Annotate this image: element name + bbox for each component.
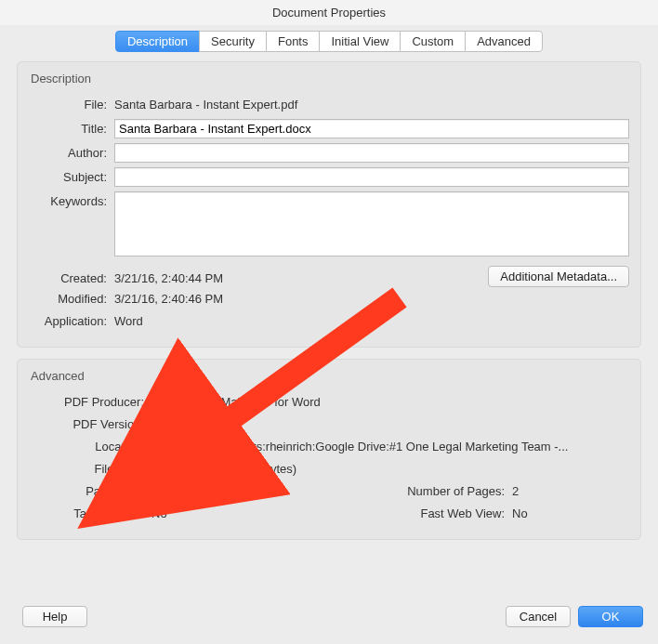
tab-security[interactable]: Security xyxy=(199,31,267,52)
tagged-pdf-value: No xyxy=(151,504,167,520)
page-size-value: 8.50 x 10.99 in xyxy=(151,481,230,498)
tab-custom[interactable]: Custom xyxy=(400,31,466,52)
tab-bar: Description Security Fonts Initial View … xyxy=(0,25,658,61)
number-of-pages-value: 2 xyxy=(512,481,519,498)
tab-description[interactable]: Description xyxy=(115,31,200,52)
description-group: Description File: Santa Barbara - Instan… xyxy=(17,61,641,348)
keywords-label: Keywords: xyxy=(29,191,114,208)
cancel-button[interactable]: Cancel xyxy=(506,606,571,627)
pdf-version-label: PDF Version: xyxy=(29,414,151,431)
tab-advanced[interactable]: Advanced xyxy=(465,31,543,52)
fast-web-view-label: Fast Web View: xyxy=(382,504,512,520)
dialog-button-bar: Help Cancel OK xyxy=(0,598,658,635)
location-label: Location: xyxy=(29,437,151,453)
help-button[interactable]: Help xyxy=(22,606,87,627)
modified-value: 3/21/16, 2:40:46 PM xyxy=(114,289,223,306)
keywords-input[interactable] xyxy=(114,191,629,256)
pdf-producer-label: PDF Producer: xyxy=(29,392,151,409)
modified-label: Modified: xyxy=(29,289,114,306)
created-label: Created: xyxy=(29,269,114,285)
location-value: Macintosh HD:Users:rheinrich:Google Driv… xyxy=(151,437,568,453)
advanced-group-title: Advanced xyxy=(29,367,629,392)
author-input[interactable] xyxy=(114,143,629,163)
file-size-value: 222.50 KB (227,841 Bytes) xyxy=(151,459,296,476)
subject-label: Subject: xyxy=(29,167,114,184)
subject-input[interactable] xyxy=(114,167,629,187)
description-group-title: Description xyxy=(29,70,629,95)
application-label: Application: xyxy=(29,311,114,328)
pdf-producer-value: Acrobat PDFMaker 15 for Word xyxy=(151,392,321,409)
number-of-pages-label: Number of Pages: xyxy=(382,481,512,498)
tab-fonts[interactable]: Fonts xyxy=(266,31,321,52)
created-value: 3/21/16, 2:40:44 PM xyxy=(114,269,223,285)
advanced-group: Advanced PDF Producer: Acrobat PDFMaker … xyxy=(17,359,641,540)
window-title: Document Properties xyxy=(0,0,658,25)
application-value: Word xyxy=(114,311,143,328)
file-label: File: xyxy=(29,95,114,112)
pdf-version-value: 1.6 (Acrobat 7.x) xyxy=(151,414,241,431)
ok-button[interactable]: OK xyxy=(578,606,643,627)
file-size-label: File Size: xyxy=(29,459,151,476)
title-input[interactable] xyxy=(114,119,629,138)
file-value: Santa Barbara - Instant Expert.pdf xyxy=(114,95,297,112)
tagged-pdf-label: Tagged PDF: xyxy=(29,504,151,520)
title-label: Title: xyxy=(29,119,114,136)
fast-web-view-value: No xyxy=(512,504,528,520)
author-label: Author: xyxy=(29,143,114,160)
additional-metadata-button[interactable]: Additional Metadata... xyxy=(488,266,629,287)
page-size-label: Page Size: xyxy=(29,481,151,498)
tab-initial-view[interactable]: Initial View xyxy=(319,31,401,52)
